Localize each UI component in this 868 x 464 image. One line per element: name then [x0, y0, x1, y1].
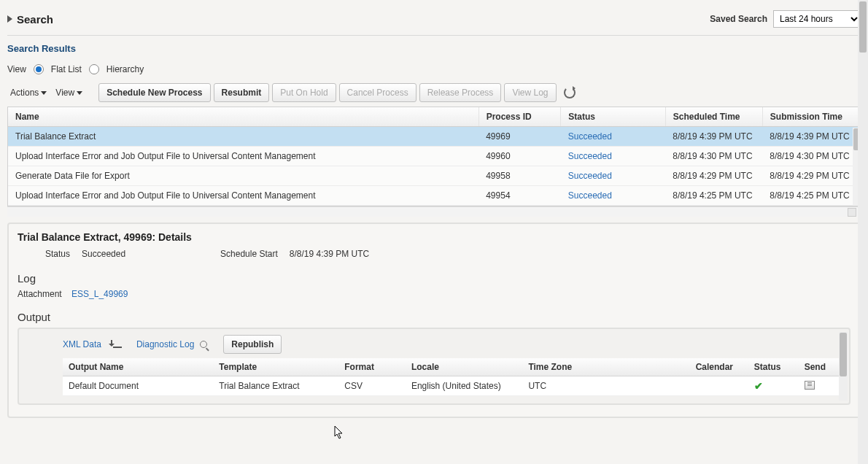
scroll-right-arrow[interactable]: [848, 208, 856, 217]
search-panel-header: Search Saved Search Last 24 hours: [7, 6, 861, 36]
printer-icon[interactable]: [805, 381, 815, 390]
details-status-value: Succeeded: [82, 249, 125, 259]
release-process-button[interactable]: Release Process: [419, 83, 502, 102]
search-results-heading: Search Results: [7, 43, 861, 54]
col-submission[interactable]: Submission Time: [762, 107, 859, 127]
cell-scheduled: 8/8/19 4:25 PM UTC: [665, 186, 762, 206]
out-cell-template: Trial Balance Extract: [213, 376, 338, 396]
schedule-new-process-button[interactable]: Schedule New Process: [98, 83, 210, 102]
cell-submission: 8/8/19 4:30 PM UTC: [762, 147, 859, 166]
resubmit-button[interactable]: Resubmit: [214, 83, 270, 102]
cell-name: Upload Interface Error and Job Output Fi…: [8, 147, 478, 166]
view-menu-label: View: [55, 88, 74, 98]
cell-scheduled: 8/8/19 4:30 PM UTC: [665, 147, 762, 166]
expand-search-icon[interactable]: [7, 15, 12, 23]
status-link[interactable]: Succeeded: [568, 171, 612, 181]
mouse-cursor-icon: [334, 425, 344, 440]
actions-menu[interactable]: Actions: [7, 86, 50, 99]
cell-process-id: 49954: [478, 186, 561, 206]
table-row[interactable]: Generate Data File for Export49958Succee…: [8, 166, 860, 186]
out-cell-calendar: [690, 376, 748, 396]
table-row[interactable]: Upload Interface Error and Job Output Fi…: [8, 186, 860, 206]
details-title: Trial Balance Extract, 49969: Details: [18, 231, 850, 243]
scrollbar-thumb[interactable]: [840, 333, 847, 376]
chevron-down-icon: [77, 91, 82, 95]
actions-label: Actions: [10, 88, 39, 98]
search-title: Search: [17, 13, 53, 26]
view-log-button[interactable]: View Log: [504, 83, 556, 102]
out-cell-locale: English (United States): [406, 376, 522, 396]
scrollbar-thumb[interactable]: [859, 1, 867, 53]
saved-search-label: Saved Search: [710, 14, 767, 24]
cell-scheduled: 8/8/19 4:29 PM UTC: [665, 166, 762, 186]
view-hierarchy-radio[interactable]: [89, 64, 99, 74]
cell-process-id: 49958: [478, 166, 561, 186]
out-col-template[interactable]: Template: [213, 358, 338, 376]
out-cell-tz: UTC: [522, 376, 689, 396]
out-cell-format: CSV: [338, 376, 406, 396]
status-link[interactable]: Succeeded: [568, 131, 612, 142]
attachment-link[interactable]: ESS_L_49969: [71, 289, 128, 299]
output-row[interactable]: Default DocumentTrial Balance ExtractCSV…: [63, 376, 840, 396]
view-label: View: [7, 64, 26, 74]
col-name[interactable]: Name: [8, 107, 478, 127]
out-col-tz[interactable]: Time Zone: [522, 358, 689, 376]
cancel-process-button[interactable]: Cancel Process: [339, 83, 416, 102]
view-menu[interactable]: View: [53, 86, 85, 99]
cell-submission: 8/8/19 4:29 PM UTC: [762, 166, 859, 186]
out-col-locale[interactable]: Locale: [406, 358, 522, 376]
cell-name: Generate Data File for Export: [8, 166, 478, 186]
out-col-format[interactable]: Format: [338, 358, 406, 376]
cell-status: Succeeded: [561, 186, 665, 206]
cell-process-id: 49969: [478, 127, 561, 147]
view-hierarchy-label: Hierarchy: [106, 64, 144, 74]
page-vertical-scrollbar[interactable]: [858, 0, 868, 464]
output-vertical-scrollbar[interactable]: [839, 332, 848, 401]
out-col-name[interactable]: Output Name: [63, 358, 213, 376]
output-heading: Output: [18, 311, 850, 323]
cell-submission: 8/8/19 4:25 PM UTC: [762, 186, 859, 206]
cell-name: Trial Balance Extract: [8, 127, 478, 147]
cell-status: Succeeded: [561, 166, 665, 186]
cell-status: Succeeded: [561, 127, 665, 147]
magnifier-icon[interactable]: [200, 341, 207, 348]
output-panel: XML Data Diagnostic Log Republish Output…: [18, 328, 850, 405]
diagnostic-log-link[interactable]: Diagnostic Log: [136, 339, 194, 349]
check-icon: ✔: [754, 380, 763, 392]
put-on-hold-button[interactable]: Put On Hold: [272, 83, 336, 102]
cell-scheduled: 8/8/19 4:39 PM UTC: [665, 127, 762, 147]
status-link[interactable]: Succeeded: [568, 151, 612, 161]
chevron-down-icon: [41, 91, 47, 95]
republish-button[interactable]: Republish: [223, 335, 282, 354]
view-flat-radio[interactable]: [34, 64, 44, 74]
out-col-status[interactable]: Status: [748, 358, 799, 376]
grid-horizontal-scrollbar[interactable]: [7, 206, 861, 217]
saved-search-select[interactable]: Last 24 hours: [773, 10, 861, 28]
cell-status: Succeeded: [561, 147, 665, 166]
out-col-calendar[interactable]: Calendar: [690, 358, 748, 376]
table-row[interactable]: Upload Interface Error and Job Output Fi…: [8, 147, 860, 166]
out-cell-send: [799, 376, 840, 396]
details-sched-label: Schedule Start: [220, 249, 278, 259]
col-scheduled[interactable]: Scheduled Time: [665, 107, 762, 127]
out-cell-status: ✔: [748, 376, 799, 396]
cell-submission: 8/8/19 4:39 PM UTC: [762, 127, 859, 147]
details-sched-value: 8/8/19 4:39 PM UTC: [290, 249, 369, 259]
process-grid: Name Process ID Status Scheduled Time Su…: [7, 107, 861, 206]
col-status[interactable]: Status: [561, 107, 665, 127]
col-process-id[interactable]: Process ID: [478, 107, 561, 127]
details-panel: Trial Balance Extract, 49969: Details St…: [7, 223, 861, 418]
cell-name: Upload Interface Error and Job Output Fi…: [8, 186, 478, 206]
log-heading: Log: [18, 272, 850, 285]
view-flat-label: Flat List: [51, 64, 82, 74]
xml-data-link[interactable]: XML Data: [63, 339, 101, 349]
attachment-label: Attachment: [18, 289, 62, 299]
refresh-icon[interactable]: [564, 87, 576, 98]
out-cell-name: Default Document: [63, 376, 213, 396]
status-link[interactable]: Succeeded: [568, 190, 612, 201]
out-col-send[interactable]: Send: [799, 358, 840, 376]
table-row[interactable]: Trial Balance Extract49969Succeeded8/8/1…: [8, 127, 860, 147]
cell-process-id: 49960: [478, 147, 561, 166]
details-status-label: Status: [45, 249, 70, 259]
